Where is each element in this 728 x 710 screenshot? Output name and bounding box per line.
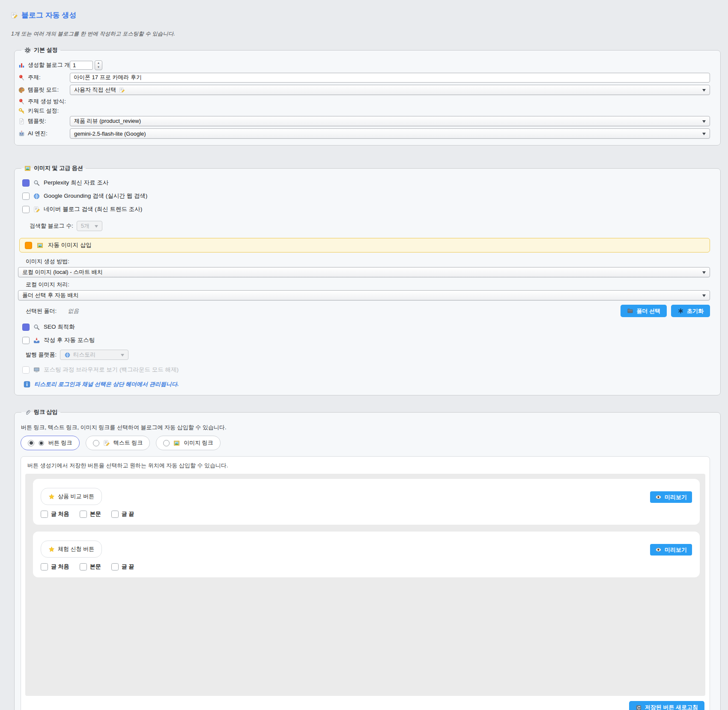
folder-select-button[interactable]: 폴더 선택 [621, 305, 667, 317]
basic-settings-legend-label: 기본 설정 [34, 46, 58, 54]
platform-select-value: 티스토리 [64, 351, 118, 359]
tab-button-link[interactable]: 버튼 링크 [21, 436, 80, 450]
pushpin-icon [18, 74, 25, 81]
ai-engine-row: AI 엔진: gemini-2.5-flash-lite (Google) [18, 128, 710, 139]
bar-chart-icon [18, 62, 25, 69]
chevron-down-icon [702, 133, 706, 137]
preview-button[interactable]: 미리보기 [650, 544, 692, 556]
page-title: 블로그 자동 생성 [21, 10, 76, 20]
topic-row: 주제: [18, 72, 710, 83]
image-method-value: 로컬 이미지 (local) - 스마트 배치 [22, 268, 700, 276]
template-mode-label: 템플릿 모드: [18, 86, 70, 94]
auto-image-checkbox[interactable] [25, 242, 32, 249]
blog-count-stepper[interactable]: ▲▼ [95, 60, 102, 70]
key-icon [18, 107, 25, 115]
local-processing-value: 폴더 선택 후 자동 배치 [22, 291, 700, 299]
globe-icon [64, 352, 71, 358]
link-insert-description: 버튼 링크, 텍스트 링크, 이미지 링크를 선택하여 블로그에 자동 삽입할 … [21, 424, 710, 431]
radio-icon [93, 440, 99, 446]
template-select-value: 제품 리뷰 (product_review) [74, 117, 700, 125]
blog-count-row: 생성할 블로그 개수: ▲▼ [18, 60, 710, 70]
button-link-panel: 버튼 생성기에서 저장한 버튼을 선택하고 원하는 위치에 자동 삽입할 수 있… [21, 456, 710, 710]
chevron-down-icon [702, 271, 706, 276]
position-end-checkbox[interactable] [111, 563, 119, 570]
stepper-down-icon[interactable]: ▼ [97, 65, 100, 69]
knob-button-icon [38, 440, 45, 447]
link-type-tabs: 버튼 링크 텍스트 링크 이미지 링크 [21, 436, 710, 450]
position-body-checkbox[interactable] [80, 563, 87, 570]
refresh-saved-buttons-button[interactable]: 저장된 버튼 새로고침 [629, 701, 704, 710]
reset-button[interactable]: 초기화 [671, 305, 710, 317]
search-blog-count-value: 5개 [81, 222, 92, 230]
blog-auto-generation-page: 블로그 자동 생성 1개 또는 여러 개의 블로그를 한 번에 작성하고 포스팅… [0, 0, 728, 710]
button-panel-description: 버튼 생성기에서 저장한 버튼을 선택하고 원하는 위치에 자동 삽입할 수 있… [27, 462, 705, 469]
page-icon [18, 118, 25, 125]
page-subtitle: 1개 또는 여러 개의 블로그를 한 번에 작성하고 포스팅할 수 있습니다. [11, 30, 721, 38]
tab-text-link[interactable]: 텍스트 링크 [86, 436, 150, 450]
position-option-body: 본문 [80, 510, 101, 518]
saved-buttons-list: 상품 비교 버튼 미리보기 글 처음 본문 [25, 474, 705, 696]
position-option-start: 글 처음 [41, 510, 69, 518]
globe-icon [33, 193, 40, 200]
platform-select[interactable]: 티스토리 [60, 350, 128, 360]
position-option-body: 본문 [80, 563, 101, 570]
paperclip-icon [24, 409, 31, 416]
browser-view-checkbox[interactable] [22, 366, 30, 374]
browser-view-label: 포스팅 과정 브라우저로 보기 (백그라운드 모드 해제) [44, 366, 179, 374]
preview-button[interactable]: 미리보기 [650, 491, 692, 503]
picture-icon [173, 440, 180, 447]
stepper-up-icon[interactable]: ▲ [97, 61, 100, 65]
google-grounding-label: Google Grounding 검색 (실시간 웹 검색) [44, 192, 147, 200]
selected-folder-row: 선택된 폴더: 없음 폴더 선택 초기화 [26, 305, 710, 317]
template-select[interactable]: 제품 리뷰 (product_review) [70, 116, 710, 126]
template-mode-select[interactable]: 사용자 직접 선택 [70, 85, 710, 95]
search-blog-count-select[interactable]: 5개 [77, 221, 102, 231]
tistory-info-row: 티스토리 로그인과 채널 선택은 상단 헤더에서 관리됩니다. [23, 380, 710, 388]
image-advanced-options-legend: 이미지 및 고급 옵션 [21, 164, 86, 172]
local-processing-select[interactable]: 폴더 선택 후 자동 배치 [18, 290, 710, 300]
ai-engine-select-value: gemini-2.5-flash-lite (Google) [74, 131, 700, 137]
position-option-start: 글 처음 [41, 563, 69, 570]
template-row: 템플릿: 제품 리뷰 (product_review) [18, 116, 710, 126]
topic-method-row: 주제 생성 방식: [18, 97, 710, 106]
blog-count-input[interactable] [70, 61, 93, 70]
pushpin-icon [18, 98, 25, 105]
image-method-row: 로컬 이미지 (local) - 스마트 배치 [18, 267, 710, 277]
seo-row: SEO 최적화 [22, 323, 710, 331]
saved-button-chip[interactable]: 상품 비교 버튼 [41, 488, 102, 505]
basic-settings-section: 기본 설정 생성할 블로그 개수: ▲▼ 주제: 템플릿 모드: 사용자 직접 [14, 46, 721, 146]
topic-input[interactable] [70, 73, 710, 83]
topic-label: 주제: [18, 74, 70, 81]
saved-button-card: 상품 비교 버튼 미리보기 글 처음 본문 [33, 479, 700, 525]
tistory-info-text: 티스토리 로그인과 채널 선택은 상단 헤더에서 관리됩니다. [34, 380, 179, 388]
saved-button-chip[interactable]: 체험 신청 버튼 [41, 541, 102, 558]
picture-icon [24, 165, 31, 172]
magnifier-icon [33, 179, 40, 187]
saved-button-card: 체험 신청 버튼 미리보기 글 처음 본문 [33, 532, 700, 577]
position-start-checkbox[interactable] [41, 563, 48, 570]
ai-engine-select[interactable]: gemini-2.5-flash-lite (Google) [70, 128, 710, 139]
tab-image-link[interactable]: 이미지 링크 [156, 436, 221, 450]
page-header: 블로그 자동 생성 [10, 10, 721, 20]
chevron-down-icon [702, 294, 706, 299]
local-processing-label: 로컬 이미지 처리: [26, 281, 710, 288]
position-body-checkbox[interactable] [80, 511, 87, 518]
image-advanced-options-section: 이미지 및 고급 옵션 Perplexity 최신 자료 조사 Google G… [14, 164, 721, 395]
perplexity-checkbox[interactable] [22, 179, 30, 187]
google-grounding-checkbox[interactable] [22, 193, 30, 200]
monitor-icon [33, 366, 40, 374]
star-icon [48, 546, 55, 553]
google-grounding-row: Google Grounding 검색 (실시간 웹 검색) [22, 192, 710, 200]
link-insert-legend: 링크 삽입 [21, 408, 60, 416]
auto-post-checkbox[interactable] [22, 337, 30, 344]
position-start-checkbox[interactable] [41, 511, 48, 518]
image-method-select[interactable]: 로컬 이미지 (local) - 스마트 배치 [18, 267, 710, 277]
position-end-checkbox[interactable] [111, 511, 119, 518]
naver-search-checkbox[interactable] [22, 206, 30, 213]
ai-engine-label: AI 엔진: [18, 130, 70, 137]
seo-checkbox[interactable] [22, 324, 30, 331]
position-options: 글 처음 본문 글 끝 [41, 563, 692, 570]
position-options: 글 처음 본문 글 끝 [41, 510, 692, 518]
keyword-row: 키워드 설정: [18, 107, 710, 115]
position-option-end: 글 끝 [111, 510, 134, 518]
